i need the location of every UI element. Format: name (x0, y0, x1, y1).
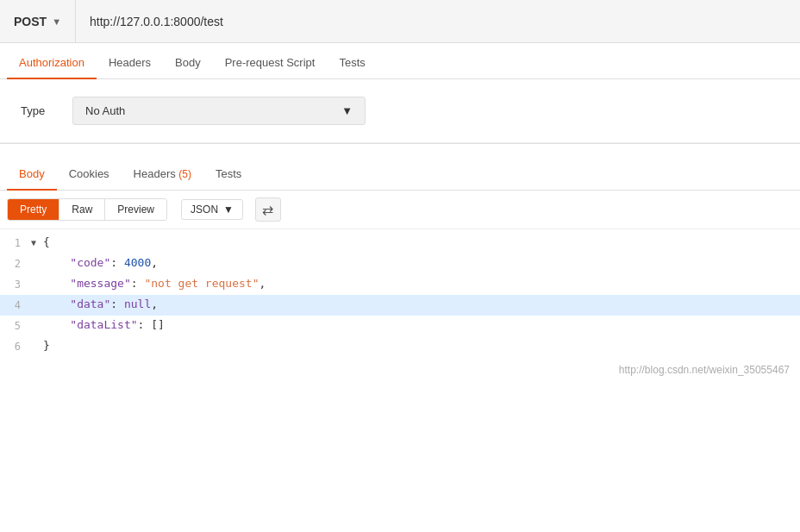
tab-response-body[interactable]: Body (7, 159, 57, 191)
auth-select-chevron-icon: ▼ (341, 104, 353, 117)
tab-tests[interactable]: Tests (327, 47, 377, 79)
line-fold-icon (31, 274, 43, 277)
line-number: 5 (0, 316, 31, 335)
code-line-5: 5 "dataList": [] (0, 316, 800, 336)
auth-section: Type No Auth ▼ (0, 79, 800, 143)
line-fold-icon (31, 253, 43, 256)
line-content: "data": null, (43, 295, 800, 314)
line-number: 2 (0, 253, 31, 272)
auth-type-select[interactable]: No Auth ▼ (72, 97, 366, 125)
tab-response-tests[interactable]: Tests (203, 159, 253, 191)
method-label: POST (14, 15, 47, 28)
line-number: 6 (0, 336, 31, 355)
line-content: "code": 4000, (43, 253, 800, 272)
sub-tab-preview[interactable]: Preview (105, 199, 166, 220)
line-content: { (43, 233, 800, 252)
format-label: JSON (191, 203, 218, 216)
format-selector[interactable]: JSON ▼ (181, 199, 243, 220)
line-number: 4 (0, 295, 31, 314)
line-content: } (43, 336, 800, 355)
wrap-icon: ⇄ (262, 202, 273, 218)
sub-tab-raw[interactable]: Raw (59, 199, 105, 220)
url-display: http://127.0.0.1:8000/test (76, 15, 800, 28)
tab-body[interactable]: Body (163, 47, 213, 79)
tab-headers[interactable]: Headers (97, 47, 163, 79)
tab-prerequest[interactable]: Pre-request Script (213, 47, 328, 79)
top-bar: POST ▼ http://127.0.0.1:8000/test (0, 0, 800, 43)
line-fold-icon (31, 295, 43, 297)
code-line-3: 3 "message": "not get request", (0, 274, 800, 295)
tab-response-headers[interactable]: Headers (5) (122, 159, 203, 191)
watermark: http://blog.csdn.net/weixin_35055467 (0, 360, 800, 383)
wrap-button[interactable]: ⇄ (255, 197, 281, 222)
code-line-1: 1▼{ (0, 233, 800, 253)
tab-authorization[interactable]: Authorization (7, 47, 97, 79)
line-content: "dataList": [] (43, 316, 800, 335)
code-line-4: 4 "data": null, (0, 295, 800, 316)
response-tab-bar: Body Cookies Headers (5) Tests (0, 154, 800, 191)
line-fold-icon[interactable]: ▼ (31, 233, 43, 250)
auth-type-value: No Auth (85, 104, 125, 117)
tab-response-cookies[interactable]: Cookies (57, 159, 122, 191)
sub-tab-pretty[interactable]: Pretty (8, 199, 59, 220)
format-chevron-icon: ▼ (223, 203, 234, 216)
method-selector[interactable]: POST ▼ (0, 0, 76, 42)
line-content: "message": "not get request", (43, 274, 800, 293)
code-line-2: 2 "code": 4000, (0, 253, 800, 274)
sub-tab-bar: Pretty Raw Preview JSON ▼ ⇄ (0, 191, 800, 229)
method-chevron-icon: ▼ (52, 16, 61, 27)
response-code-area: 1▼{2 "code": 4000,3 "message": "not get … (0, 229, 800, 360)
auth-type-label: Type (21, 104, 55, 117)
headers-badge: (5) (178, 168, 191, 180)
view-mode-group: Pretty Raw Preview (7, 198, 167, 221)
line-fold-icon (31, 336, 43, 339)
line-fold-icon (31, 316, 43, 318)
line-number: 1 (0, 233, 31, 252)
line-number: 3 (0, 274, 31, 293)
request-tab-bar: Authorization Headers Body Pre-request S… (0, 43, 800, 79)
code-line-6: 6} (0, 336, 800, 357)
